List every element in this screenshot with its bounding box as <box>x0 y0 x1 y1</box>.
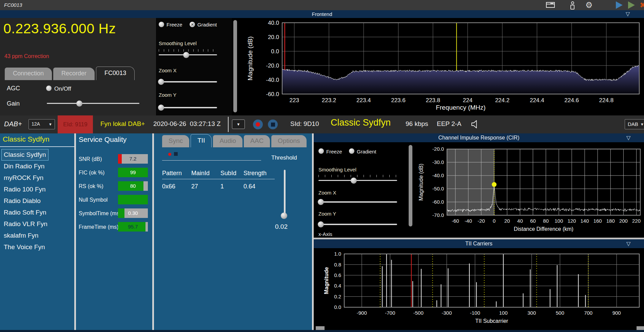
freeze-radio[interactable] <box>159 22 164 27</box>
ppm-correction: 43 ppm Correction <box>4 53 49 59</box>
gear-icon[interactable]: ⚙ <box>585 0 593 10</box>
cir-zoom-y-label: Zoom Y <box>318 211 336 217</box>
quality-value: 0.30 <box>118 208 148 218</box>
table-row[interactable]: 0x662710.64 <box>162 182 275 191</box>
gradient-radio[interactable]: ✕ <box>190 22 195 27</box>
table-cell: 27 <box>191 182 220 191</box>
cir-smoothing-slider[interactable] <box>318 180 397 181</box>
hscrollbar-right[interactable] <box>637 326 644 330</box>
cir-chart[interactable]: -60-40-20020406080100120140160180200220-… <box>415 142 644 238</box>
chart-tii-content: -900-700-500-300-1001003005007009001.00.… <box>324 251 639 324</box>
collapse-icon[interactable]: ▽ <box>626 134 630 141</box>
dropdown-button[interactable]: ▼ <box>232 119 245 129</box>
zoom-y-slider[interactable] <box>159 107 217 108</box>
svg-text:-300: -300 <box>442 310 452 316</box>
ensemble-id-badge: EId: 9119 <box>58 115 93 133</box>
channel-select[interactable]: 12A ▼ <box>28 119 55 129</box>
svg-text:900: 900 <box>612 310 621 316</box>
svg-text:-700: -700 <box>385 310 395 316</box>
spectrum-chart[interactable]: 223223.2223.4223.6223.8224224.2224.4224.… <box>237 18 644 115</box>
tab-options[interactable]: Options <box>271 135 306 147</box>
service-list-header: Classic Sydfyn <box>3 135 50 143</box>
cir-header: Channel Impulse Response (CIR) ▽ <box>314 133 644 142</box>
svg-text:500: 500 <box>556 310 564 316</box>
cir-zoom-y-slider[interactable] <box>318 224 397 225</box>
svg-text:224.2: 224.2 <box>495 97 510 104</box>
quality-value: 95.7 <box>118 222 148 232</box>
service-list-item[interactable]: Radio 100 Fyn <box>1 184 73 195</box>
speaker-icon[interactable] <box>471 120 480 130</box>
band-select[interactable]: DAB ▼ <box>625 119 644 129</box>
service-list-item[interactable]: Radio Soft Fyn <box>1 207 73 218</box>
svg-text:60: 60 <box>530 218 536 224</box>
collapse-icon[interactable]: ▽ <box>626 240 630 247</box>
svg-text:223.2: 223.2 <box>322 97 336 104</box>
svg-text:-40: -40 <box>465 218 472 224</box>
quality-label: FIC (ok %) <box>79 170 104 176</box>
play-icon-green[interactable] <box>628 1 635 9</box>
tii-indicator-dot <box>168 153 171 156</box>
svg-text:223.6: 223.6 <box>391 97 406 104</box>
main-area: Classic Sydfyn Classic SydfynDin Radio F… <box>0 133 644 330</box>
close-x-icon[interactable]: ✖ <box>640 1 644 10</box>
smoothing-slider[interactable] <box>159 54 217 55</box>
stop-icon <box>271 123 275 127</box>
table-cell: 0x66 <box>162 182 191 191</box>
quality-label: FrameTime (ms) <box>79 224 119 230</box>
collapse-icon[interactable]: ▽ <box>626 11 630 17</box>
svg-text:-70.0: -70.0 <box>432 212 444 218</box>
svg-text:Magnitude (dB): Magnitude (dB) <box>247 36 254 80</box>
tuner-panel: 0.223.936.000 Hz 43 ppm Correction Conne… <box>0 18 156 115</box>
svg-text:-30.0: -30.0 <box>432 159 444 165</box>
cir-zoom-x-slider[interactable] <box>318 201 397 203</box>
service-list-item[interactable]: The Voice Fyn <box>1 241 73 253</box>
service-list: Classic SydfynDin Radio FynmyROCK FynRad… <box>1 149 73 253</box>
tab-connection[interactable]: Connection <box>5 68 52 80</box>
cir-gradient-radio[interactable] <box>349 148 354 154</box>
threshold-slider-handle[interactable] <box>281 213 287 219</box>
info-icon[interactable] <box>569 1 576 9</box>
quality-value: 99 <box>118 168 148 177</box>
svg-text:0: 0 <box>493 218 495 224</box>
agc-radio[interactable] <box>46 86 52 91</box>
tab-sync[interactable]: Sync <box>162 135 189 147</box>
svg-text:300: 300 <box>527 310 536 316</box>
tab-fc0013[interactable]: FC0013 <box>96 67 135 80</box>
zoom-x-label: Zoom X <box>159 68 177 73</box>
window-icon[interactable] <box>546 2 555 8</box>
tab-audio[interactable]: Audio <box>213 135 242 147</box>
gain-slider[interactable] <box>47 103 139 104</box>
tab-aac[interactable]: AAC <box>244 135 270 147</box>
service-list-item[interactable]: Classic Sydfyn <box>1 149 48 161</box>
svg-text:-20: -20 <box>477 218 485 224</box>
service-list-item[interactable]: Radio VLR Fyn <box>1 218 73 230</box>
quality-row: RS (ok %)80 <box>76 180 152 194</box>
svg-text:Frequency (MHz): Frequency (MHz) <box>436 104 486 111</box>
svg-text:223.4: 223.4 <box>356 97 371 104</box>
statusbar: DAB+ 12A ▼ EId: 9119 Fyn lokal DAB+ 2020… <box>0 115 644 133</box>
stop-button[interactable] <box>268 119 278 129</box>
svg-text:100: 100 <box>554 218 563 224</box>
tab-tii[interactable]: TII <box>191 134 212 147</box>
table-cell: 1 <box>220 182 243 191</box>
frequency-display: 0.223.936.000 Hz <box>3 21 116 37</box>
svg-text:140: 140 <box>581 218 589 224</box>
service-list-item[interactable]: Din Radio Fyn <box>1 161 73 172</box>
tuner-tabs: ConnectionRecorderFC0013 <box>5 68 135 80</box>
cir-x-axis-label: x-Axis <box>318 231 332 237</box>
service-list-item[interactable]: Radio Diablo <box>1 195 73 207</box>
tii-chart[interactable]: -900-700-500-300-1001003005007009001.00.… <box>322 248 644 330</box>
cir-scrollbar[interactable] <box>409 145 412 226</box>
tab-recorder[interactable]: Recorder <box>53 68 95 80</box>
quality-label: RS (ok %) <box>79 183 103 189</box>
spectrum-scrollbar[interactable] <box>233 20 237 112</box>
play-icon-blue[interactable] <box>616 1 623 9</box>
threshold-slider[interactable] <box>284 170 286 216</box>
hscrollbar-left[interactable] <box>316 326 325 330</box>
service-list-item[interactable]: myROCK Fyn <box>1 172 73 184</box>
cir-freeze-radio[interactable] <box>318 148 324 154</box>
zoom-x-slider[interactable] <box>159 81 217 82</box>
record-button[interactable] <box>253 119 263 129</box>
service-list-item[interactable]: skalafm Fyn <box>1 230 73 241</box>
svg-text:220: 220 <box>632 218 641 224</box>
